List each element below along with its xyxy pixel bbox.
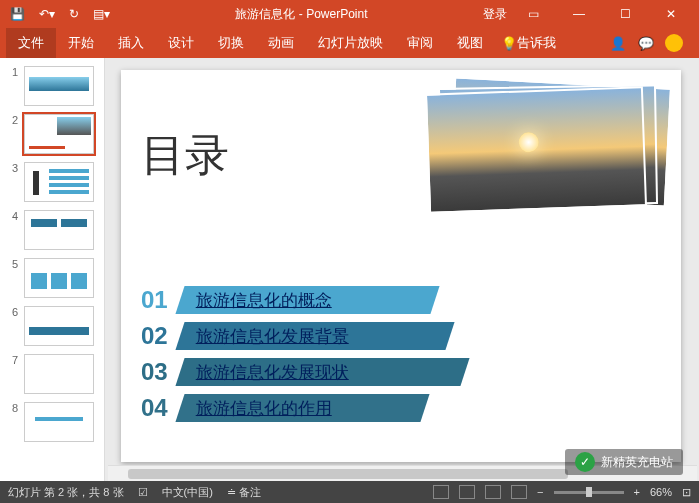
quick-access-toolbar: 💾 ↶▾ ↻ ▤▾ [0, 7, 120, 21]
thumbnail-5[interactable]: 5 [0, 254, 104, 302]
ribbon-display-icon[interactable]: ▭ [513, 0, 553, 28]
fit-to-window-icon[interactable]: ⊡ [682, 486, 691, 499]
toc-item-4: 04 旅游信息化的作用 [141, 394, 365, 422]
wechat-icon: ✓ [575, 452, 595, 472]
reading-view-icon[interactable] [485, 485, 501, 499]
redo-icon[interactable]: ↻ [69, 7, 79, 21]
tab-transitions[interactable]: 切换 [206, 28, 256, 58]
start-from-beginning-icon[interactable]: ▤▾ [93, 7, 110, 21]
maximize-icon[interactable]: ☐ [605, 0, 645, 28]
zoom-percent[interactable]: 66% [650, 486, 672, 498]
table-of-contents: 01 旅游信息化的概念 02 旅游信息化发展背景 03 旅游信息化发展现状 04… [141, 286, 365, 430]
toc-link-2[interactable]: 旅游信息化发展背景 [196, 325, 349, 348]
tab-view[interactable]: 视图 [445, 28, 495, 58]
thumbnail-7[interactable]: 7 [0, 350, 104, 398]
tab-file[interactable]: 文件 [6, 28, 56, 58]
sorter-view-icon[interactable] [459, 485, 475, 499]
zoom-in-icon[interactable]: + [634, 486, 640, 498]
bulb-icon: 💡 [501, 36, 517, 51]
tab-insert[interactable]: 插入 [106, 28, 156, 58]
normal-view-icon[interactable] [433, 485, 449, 499]
comments-icon[interactable]: 💬 [637, 34, 655, 52]
thumbnail-6[interactable]: 6 [0, 302, 104, 350]
watermark: ✓ 新精英充电站 [565, 449, 683, 475]
feedback-icon[interactable] [665, 34, 683, 52]
slide-position: 幻灯片 第 2 张，共 8 张 [8, 485, 124, 500]
tab-review[interactable]: 审阅 [395, 28, 445, 58]
zoom-slider[interactable] [554, 491, 624, 494]
tab-slideshow[interactable]: 幻灯片放映 [306, 28, 395, 58]
slideshow-view-icon[interactable] [511, 485, 527, 499]
status-bar: 幻灯片 第 2 张，共 8 张 ☑ 中文(中国) ≐ 备注 − + 66% ⊡ [0, 481, 699, 503]
save-icon[interactable]: 💾 [10, 7, 25, 21]
thumbnail-2[interactable]: 2 [0, 110, 104, 158]
toc-item-2: 02 旅游信息化发展背景 [141, 322, 365, 350]
tab-home[interactable]: 开始 [56, 28, 106, 58]
tab-design[interactable]: 设计 [156, 28, 206, 58]
slide-canvas-area: 目录 01 旅游信息化的概念 02 旅游信息化发展背景 03 旅游信息化发展现状 [105, 58, 699, 482]
thumbnail-panel[interactable]: 1 2 3 4 5 6 7 8 [0, 58, 105, 482]
window-title: 旅游信息化 - PowerPoint [120, 6, 483, 23]
scrollbar-thumb[interactable] [128, 469, 568, 479]
share-icon[interactable]: 👤 [609, 34, 627, 52]
notes-button[interactable]: ≐ 备注 [227, 485, 261, 500]
image-stack [411, 80, 671, 214]
spellcheck-icon[interactable]: ☑ [138, 486, 148, 499]
thumbnail-1[interactable]: 1 [0, 62, 104, 110]
title-bar: 💾 ↶▾ ↻ ▤▾ 旅游信息化 - PowerPoint 登录 ▭ — ☐ ✕ [0, 0, 699, 28]
workspace: 1 2 3 4 5 6 7 8 目录 01 旅游信息化的概念 02 旅游信息化 [0, 58, 699, 482]
toc-item-1: 01 旅游信息化的概念 [141, 286, 365, 314]
slide[interactable]: 目录 01 旅游信息化的概念 02 旅游信息化发展背景 03 旅游信息化发展现状 [121, 70, 681, 462]
toc-item-3: 03 旅游信息化发展现状 [141, 358, 365, 386]
minimize-icon[interactable]: — [559, 0, 599, 28]
tell-me[interactable]: 告诉我 [517, 34, 556, 52]
thumbnail-3[interactable]: 3 [0, 158, 104, 206]
thumbnail-8[interactable]: 8 [0, 398, 104, 446]
tab-animations[interactable]: 动画 [256, 28, 306, 58]
slide-title: 目录 [141, 126, 229, 185]
zoom-out-icon[interactable]: − [537, 486, 543, 498]
login-link[interactable]: 登录 [483, 6, 507, 23]
language[interactable]: 中文(中国) [162, 485, 213, 500]
ribbon-tabs: 文件 开始 插入 设计 切换 动画 幻灯片放映 审阅 视图 💡 告诉我 👤 💬 [0, 28, 699, 58]
thumbnail-4[interactable]: 4 [0, 206, 104, 254]
close-icon[interactable]: ✕ [651, 0, 691, 28]
toc-link-3[interactable]: 旅游信息化发展现状 [196, 361, 349, 384]
toc-link-1[interactable]: 旅游信息化的概念 [196, 289, 332, 312]
toc-link-4[interactable]: 旅游信息化的作用 [196, 397, 332, 420]
undo-icon[interactable]: ↶▾ [39, 7, 55, 21]
